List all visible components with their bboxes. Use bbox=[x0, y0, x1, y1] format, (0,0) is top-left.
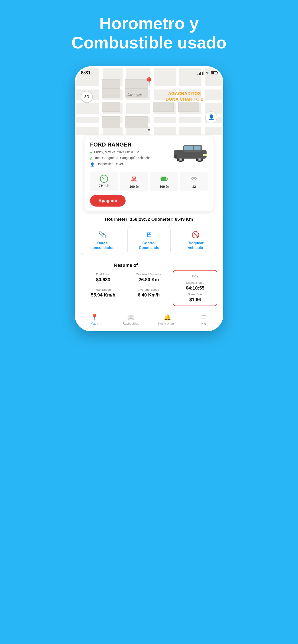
max-speed-stat: Max Speed 55.94 Km/h bbox=[81, 286, 126, 300]
fuel-price-value: $0.633 bbox=[96, 277, 110, 282]
svg-point-11 bbox=[199, 158, 200, 160]
status-icons: ∿ bbox=[197, 70, 217, 75]
driver-icon: 👤 bbox=[90, 162, 95, 167]
fuel-price-label: Fuel Price: bbox=[96, 272, 110, 276]
svg-rect-20 bbox=[167, 178, 168, 180]
datos-consolidados-label: Datosconsolidados bbox=[91, 241, 114, 250]
fuel-value: 100 % bbox=[129, 185, 139, 188]
fuel-price-stat: Fuel Price: $0.633 bbox=[81, 271, 126, 285]
vehicle-address: Inés Gangotena, Sangolquí, Pichincha, ..… bbox=[95, 156, 155, 160]
fuel-stat: 100 % bbox=[120, 172, 148, 191]
signal-value: 12 bbox=[192, 185, 196, 188]
hero-title: Horometro yCombustible usado bbox=[72, 14, 226, 52]
bloquear-vehiculo-icon: 🚫 bbox=[191, 231, 200, 238]
map-orange-label: AGACHADITOS DOÑA CHARITO 2 bbox=[165, 91, 203, 102]
vehicle-card-wrapper: FORD RANGER ● Friday, May 24, 2024 08:31… bbox=[76, 135, 222, 211]
mapa-label: Mapa bbox=[91, 322, 98, 325]
action-buttons-row: 📎 Datosconsolidados 🖥 ControlCommands 🚫 … bbox=[76, 224, 222, 260]
svg-point-14 bbox=[104, 178, 104, 179]
speed-icon bbox=[100, 174, 108, 183]
avg-speed-stat: Average Speed 6.40 Km/h bbox=[127, 286, 171, 300]
battery-icon bbox=[211, 71, 217, 74]
svg-rect-7 bbox=[203, 154, 207, 156]
svg-rect-5 bbox=[194, 146, 200, 150]
resume-section: Resume of Fuel Price: $0.633 Travelled D… bbox=[76, 260, 222, 311]
map-area: Atacazo 8:31 ∿ 3D 📍 bbox=[76, 68, 222, 135]
signal-stat: 12 bbox=[180, 172, 208, 191]
vehicle-image bbox=[172, 140, 209, 162]
travelled-stat: Travelled Distance 26.80 Km bbox=[127, 271, 171, 285]
svg-point-10 bbox=[180, 158, 181, 160]
rastreables-label: Rastreables bbox=[123, 322, 139, 325]
status-bar: 8:31 ∿ bbox=[76, 68, 222, 78]
hoy-label: Hoy bbox=[192, 274, 198, 278]
vehicle-datetime: Friday, May 24, 2024 08:31 PM bbox=[94, 150, 139, 154]
svg-rect-19 bbox=[161, 177, 166, 180]
hoy-box: Hoy Engine Hours 04:10:55 Spent Fuel $1.… bbox=[173, 270, 217, 306]
bottom-nav: 📍 Mapa 📖 Rastreables 🔔 Notificacion... ☰… bbox=[76, 311, 222, 330]
control-commands-label: ControlCommands bbox=[139, 241, 159, 250]
svg-rect-4 bbox=[184, 146, 193, 150]
spent-fuel-label: Spent Fuel bbox=[188, 292, 202, 296]
map-3d-button[interactable]: 3D bbox=[81, 91, 93, 103]
max-speed-label: Max Speed bbox=[95, 288, 111, 292]
mas-icon: ☰ bbox=[201, 314, 206, 321]
travelled-value: 26.80 Km bbox=[139, 277, 159, 282]
wifi-icon: ∿ bbox=[206, 70, 209, 75]
dropdown-arrow-icon[interactable]: ▼ bbox=[147, 127, 151, 132]
engine-hours-label: Engine Hours bbox=[186, 281, 204, 284]
control-commands-button[interactable]: 🖥 ControlCommands bbox=[127, 226, 171, 256]
resume-left: Resume of Fuel Price: $0.633 Travelled D… bbox=[81, 262, 171, 300]
vehicle-driver-row: 👤 Unspecified Driver bbox=[90, 162, 208, 167]
mapa-icon: 📍 bbox=[91, 314, 98, 321]
nav-item-notificaciones[interactable]: 🔔 Notificacion... bbox=[149, 314, 185, 325]
fuel-icon bbox=[130, 174, 138, 184]
map-street-label: Atacazo bbox=[127, 93, 142, 98]
speed-value: 0 Km/h bbox=[98, 184, 109, 188]
phone-frame: Atacazo 8:31 ∿ 3D 📍 bbox=[75, 66, 223, 332]
battery-stat: 100 % bbox=[150, 172, 178, 191]
status-button[interactable]: Apagado bbox=[90, 195, 126, 206]
mas-label: Más bbox=[201, 322, 207, 325]
status-time: 8:31 bbox=[81, 70, 91, 76]
datos-consolidados-icon: 📎 bbox=[98, 231, 107, 238]
battery-stat-icon bbox=[160, 174, 168, 184]
engine-hours-value: 04:10:55 bbox=[186, 285, 204, 291]
spent-fuel-value: $1.66 bbox=[189, 297, 201, 302]
datetime-icon: ● bbox=[90, 150, 92, 154]
nav-item-rastreables[interactable]: 📖 Rastreables bbox=[113, 314, 149, 325]
max-speed-value: 55.94 Km/h bbox=[91, 292, 116, 298]
vehicle-card: FORD RANGER ● Friday, May 24, 2024 08:31… bbox=[85, 136, 213, 211]
bloquear-vehiculo-button[interactable]: 🚫 Bloquearvehículo bbox=[174, 226, 217, 256]
avg-speed-value: 6.40 Km/h bbox=[138, 292, 160, 298]
map-pin-icon: 📍 bbox=[144, 77, 154, 87]
address-icon: ◎ bbox=[90, 156, 93, 161]
nav-item-mas[interactable]: ☰ Más bbox=[185, 314, 222, 325]
control-commands-icon: 🖥 bbox=[146, 231, 152, 238]
signal-bars-icon bbox=[197, 71, 204, 75]
datos-consolidados-button[interactable]: 📎 Datosconsolidados bbox=[81, 226, 124, 256]
notificaciones-label: Notificacion... bbox=[158, 322, 176, 325]
map-avatar-button[interactable]: 👤 bbox=[205, 111, 217, 123]
hourmeter-row: Hourmeter: 158:29:32 Odometer: 8549 Km bbox=[76, 211, 222, 224]
speed-stat: 0 Km/h bbox=[90, 172, 118, 191]
travelled-label: Travelled Distance bbox=[136, 272, 161, 276]
avg-speed-label: Average Speed bbox=[138, 288, 159, 292]
resume-title: Resume of bbox=[81, 262, 171, 271]
signal-stat-icon bbox=[190, 174, 198, 184]
bloquear-vehiculo-label: Bloquearvehículo bbox=[187, 241, 203, 250]
notificaciones-icon: 🔔 bbox=[164, 314, 171, 321]
rastreables-icon: 📖 bbox=[127, 314, 135, 321]
svg-rect-6 bbox=[174, 155, 177, 158]
nav-item-mapa[interactable]: 📍 Mapa bbox=[76, 314, 113, 325]
stats-row: 0 Km/h 100 % bbox=[90, 172, 208, 191]
vehicle-driver: Unspecified Driver bbox=[97, 162, 123, 166]
battery-value: 100 % bbox=[159, 185, 169, 188]
